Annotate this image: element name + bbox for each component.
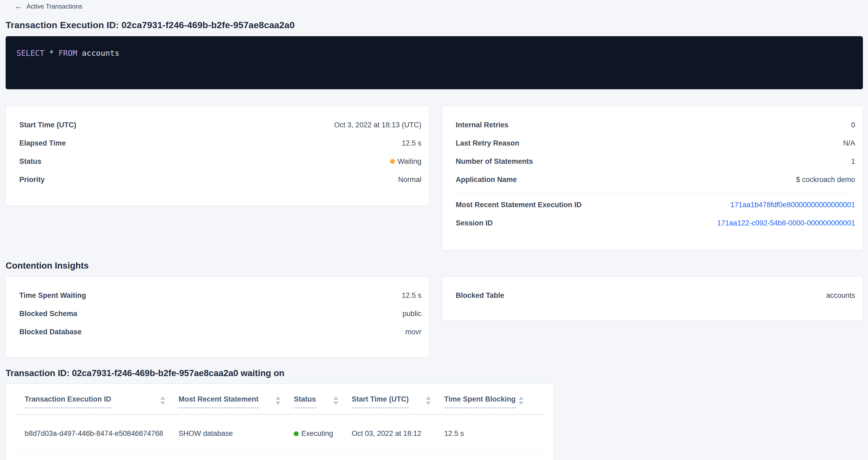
column-header-transaction-execution-id[interactable]: Transaction Execution ID — [25, 395, 179, 408]
elapsed-time-row: Elapsed Time 12.5 s — [6, 134, 429, 152]
blocked-database-row: Blocked Database movr — [6, 323, 429, 341]
blocked-table-value: accounts — [826, 292, 855, 300]
column-header-most-recent-statement[interactable]: Most Recent Statement — [179, 395, 294, 408]
cell-time-spent-blocking: 12.5 s — [444, 429, 537, 438]
number-of-statements-value: 1 — [851, 157, 855, 166]
last-retry-reason-row: Last Retry Reason N/A — [442, 134, 863, 152]
sort-icon[interactable] — [426, 396, 431, 405]
sort-icon[interactable] — [160, 396, 165, 405]
number-of-statements-row: Number of Statements 1 — [442, 152, 863, 171]
column-header-label: Time Spent Blocking — [444, 395, 516, 408]
column-header-start-time[interactable]: Start Time (UTC) — [352, 395, 444, 408]
elapsed-time-value: 12.5 s — [402, 139, 422, 148]
column-header-status[interactable]: Status — [294, 395, 352, 408]
application-name-value: $ cockroach demo — [796, 176, 855, 184]
blocked-schema-value: public — [402, 310, 422, 318]
priority-value: Normal — [398, 176, 422, 184]
internal-retries-row: Internal Retries 0 — [442, 116, 863, 134]
column-header-label: Most Recent Statement — [179, 395, 259, 408]
executing-status-dot-icon — [294, 431, 299, 436]
column-header-label: Transaction Execution ID — [25, 395, 111, 408]
priority-row: Priority Normal — [6, 171, 429, 189]
overview-card-right: Internal Retries 0 Last Retry Reason N/A… — [442, 106, 863, 250]
session-id-link[interactable]: 171aa122-c092-54b8-0000-000000000001 — [717, 219, 855, 227]
most-recent-statement-execution-id-row: Most Recent Statement Execution ID 171aa… — [442, 196, 863, 214]
waiting-on-table-header: Transaction Execution ID Most Recent Sta… — [6, 384, 553, 408]
status-row: Status Waiting — [6, 152, 429, 171]
contention-insights-heading: Contention Insights — [6, 260, 863, 271]
internal-retries-label: Internal Retries — [456, 121, 508, 129]
waiting-on-heading: Transaction ID: 02ca7931-f246-469b-b2fe-… — [6, 368, 863, 378]
contention-card-right: Blocked Table accounts — [442, 276, 863, 321]
elapsed-time-label: Elapsed Time — [19, 139, 66, 148]
application-name-row: Application Name $ cockroach demo — [442, 171, 863, 189]
column-header-label: Status — [294, 395, 316, 408]
waiting-on-table-card: Transaction Execution ID Most Recent Sta… — [6, 384, 553, 460]
cell-most-recent-statement: SHOW database — [179, 429, 294, 438]
back-link-label: Active Transactions — [27, 3, 82, 10]
last-retry-reason-label: Last Retry Reason — [456, 139, 519, 148]
status-label: Status — [19, 157, 41, 166]
time-spent-waiting-label: Time Spent Waiting — [19, 292, 86, 300]
status-value: Waiting — [390, 157, 422, 166]
back-arrow-icon: ← — [15, 3, 22, 10]
table-bottom-padding — [6, 453, 553, 460]
application-name-label: Application Name — [456, 176, 517, 184]
blocked-schema-row: Blocked Schema public — [6, 305, 429, 323]
sql-star: * — [44, 49, 58, 58]
last-retry-reason-value: N/A — [843, 139, 855, 148]
blocked-database-label: Blocked Database — [19, 328, 82, 336]
cell-status-text: Executing — [301, 429, 333, 438]
time-spent-waiting-value: 12.5 s — [402, 292, 422, 300]
transaction-details-page: ← Active Transactions Transaction Execut… — [0, 0, 868, 460]
session-id-row: Session ID 171aa122-c092-54b8-0000-00000… — [442, 214, 863, 232]
back-to-active-transactions-link[interactable]: ← Active Transactions — [15, 3, 82, 10]
sort-icon[interactable] — [334, 396, 338, 405]
cell-transaction-execution-id: b8d7d03a-d497-446b-8474-e50846674768 — [25, 429, 179, 438]
time-spent-waiting-row: Time Spent Waiting 12.5 s — [6, 286, 429, 305]
most-recent-statement-execution-id-label: Most Recent Statement Execution ID — [456, 201, 582, 209]
blocked-schema-label: Blocked Schema — [19, 310, 77, 318]
sort-icon[interactable] — [276, 396, 280, 405]
cell-status: Executing — [294, 429, 352, 438]
waiting-status-dot-icon — [390, 159, 395, 164]
most-recent-statement-execution-id-link[interactable]: 171aa1b478fdf0e80000000000000001 — [731, 201, 856, 209]
number-of-statements-label: Number of Statements — [456, 157, 533, 166]
blocked-database-value: movr — [405, 328, 422, 336]
sql-statement-text: SELECT * FROM accounts — [17, 49, 852, 58]
contention-card-left: Time Spent Waiting 12.5 s Blocked Schema… — [6, 276, 429, 357]
overview-cards-row: Start Time (UTC) Oct 3, 2022 at 18:13 (U… — [6, 106, 863, 250]
start-time-label: Start Time (UTC) — [19, 121, 76, 129]
table-row: b8d7d03a-d497-446b-8474-e50846674768 SHO… — [6, 415, 553, 453]
session-id-label: Session ID — [456, 219, 493, 227]
status-value-text: Waiting — [398, 157, 422, 166]
priority-label: Priority — [19, 176, 45, 184]
internal-retries-value: 0 — [851, 121, 855, 129]
cell-start-time: Oct 03, 2022 at 18:12 — [352, 429, 444, 438]
start-time-value: Oct 3, 2022 at 18:13 (UTC) — [334, 121, 422, 129]
start-time-row: Start Time (UTC) Oct 3, 2022 at 18:13 (U… — [6, 116, 429, 134]
contention-cards-row: Time Spent Waiting 12.5 s Blocked Schema… — [6, 276, 863, 357]
blocked-table-label: Blocked Table — [456, 292, 504, 300]
card-divider — [456, 192, 855, 192]
sort-icon[interactable] — [519, 396, 524, 405]
sql-statement-box: SELECT * FROM accounts — [6, 36, 863, 89]
sql-keyword-select: SELECT — [17, 49, 44, 58]
blocked-table-row: Blocked Table accounts — [442, 286, 863, 305]
column-header-label: Start Time (UTC) — [352, 395, 409, 408]
sql-table-name: accounts — [77, 49, 119, 58]
page-title: Transaction Execution ID: 02ca7931-f246-… — [6, 20, 863, 30]
column-header-time-spent-blocking[interactable]: Time Spent Blocking — [444, 395, 537, 408]
sql-keyword-from: FROM — [58, 49, 77, 58]
overview-card-left: Start Time (UTC) Oct 3, 2022 at 18:13 (U… — [6, 106, 429, 206]
